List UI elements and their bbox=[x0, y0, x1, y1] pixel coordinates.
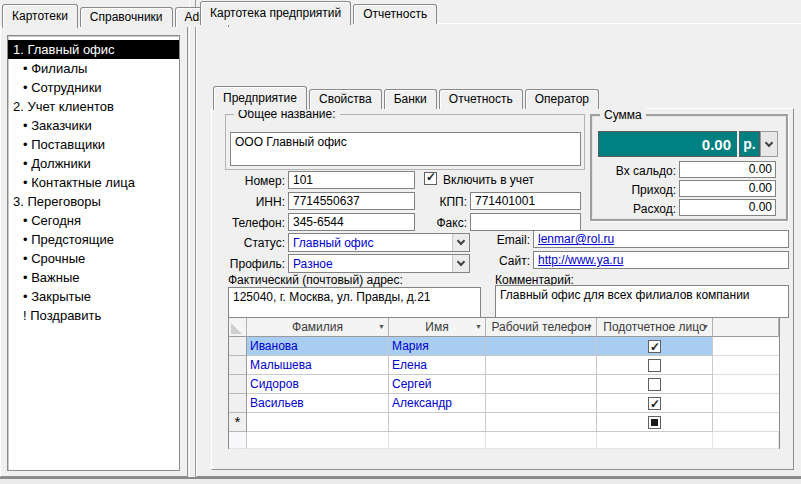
tab-otchetnost-outer[interactable]: Отчетность bbox=[353, 4, 437, 24]
income-field[interactable]: 0.00 bbox=[679, 180, 776, 197]
tab-banki[interactable]: Банки bbox=[384, 89, 437, 109]
inn-input[interactable]: 7714550637 bbox=[288, 192, 415, 210]
accountable-checkbox[interactable] bbox=[648, 378, 661, 391]
cell-firstname[interactable]: Мария bbox=[389, 337, 486, 356]
tree-item-filialy[interactable]: • Филиалы bbox=[8, 59, 179, 78]
tree-item-dolzhniki[interactable]: • Должники bbox=[8, 154, 179, 173]
tree-item-sotrudniki[interactable]: • Сотрудники bbox=[8, 78, 179, 97]
email-link[interactable]: lenmar@rol.ru bbox=[538, 232, 614, 246]
cell-workphone[interactable] bbox=[486, 356, 597, 375]
column-filter-icon[interactable]: ▼ bbox=[586, 323, 593, 331]
cell-accountable[interactable] bbox=[597, 356, 713, 375]
tab-kartoteki[interactable]: Картотеки bbox=[2, 4, 78, 28]
column-header-firstname[interactable]: Имя▼ bbox=[389, 318, 486, 337]
column-header-accountable[interactable]: Подотчетное лицо▼ bbox=[597, 318, 713, 337]
table-row[interactable]: Сидоров Сергей bbox=[229, 375, 779, 394]
cell-firstname[interactable]: Елена bbox=[389, 356, 486, 375]
tab-otchetnost-inner[interactable]: Отчетность bbox=[439, 89, 523, 109]
expense-field[interactable]: 0.00 bbox=[679, 199, 776, 216]
column-filter-icon[interactable]: ▼ bbox=[378, 323, 385, 331]
fax-input[interactable] bbox=[470, 213, 581, 231]
expense-label: Расход: bbox=[598, 202, 676, 216]
column-filter-icon[interactable]: ▼ bbox=[475, 323, 482, 331]
address-input[interactable]: 125040, г. Москва, ул. Правды, д.21 bbox=[228, 287, 481, 318]
inner-tabstrip: Предприятие Свойства Банки Отчетность Оп… bbox=[213, 85, 601, 109]
corner-triangle-icon bbox=[231, 323, 242, 334]
cell-lastname[interactable] bbox=[247, 413, 389, 432]
cell-accountable[interactable] bbox=[597, 375, 713, 394]
tree-item-peregovory[interactable]: 3. Переговоры bbox=[8, 192, 179, 211]
include-in-accounting-checkbox[interactable] bbox=[424, 172, 437, 185]
tab-spravochniki[interactable]: Справочники bbox=[80, 7, 173, 27]
row-header[interactable] bbox=[229, 394, 247, 413]
column-header-lastname[interactable]: Фамилия▼ bbox=[247, 318, 389, 337]
accountable-checkbox[interactable] bbox=[648, 397, 661, 410]
accountable-checkbox[interactable] bbox=[648, 359, 661, 372]
cell-lastname[interactable]: Малышева bbox=[247, 356, 389, 375]
fax-label: Факс: bbox=[420, 216, 467, 230]
cell-accountable[interactable] bbox=[597, 337, 713, 356]
cell-firstname[interactable] bbox=[389, 413, 486, 432]
column-filter-icon[interactable]: ▼ bbox=[702, 323, 709, 331]
table-empty-row bbox=[229, 432, 779, 449]
cell-workphone[interactable] bbox=[486, 337, 597, 356]
profile-combobox[interactable]: Разное bbox=[288, 254, 470, 273]
new-row-header[interactable]: * bbox=[229, 413, 247, 432]
email-label: Email: bbox=[488, 233, 530, 247]
tab-svoystva[interactable]: Свойства bbox=[309, 89, 382, 109]
tree-item-zakrytye[interactable]: • Закрытые bbox=[8, 287, 179, 306]
number-input[interactable]: 101 bbox=[288, 171, 415, 189]
site-input[interactable]: http://www.ya.ru bbox=[533, 251, 789, 269]
app-window: { "left_tabs": { "items": [ { "label": "… bbox=[0, 0, 801, 484]
opening-balance-field[interactable]: 0.00 bbox=[679, 161, 776, 178]
tab-operator[interactable]: Оператор bbox=[525, 89, 599, 109]
profile-dropdown-button[interactable] bbox=[452, 255, 469, 272]
tree-item-pozdravit[interactable]: ! Поздравить bbox=[8, 306, 179, 325]
table-row[interactable]: Иванова Мария bbox=[229, 337, 779, 356]
cell-spacer bbox=[713, 413, 779, 432]
phone-input[interactable]: 345-6544 bbox=[288, 213, 415, 231]
table-row[interactable]: Малышева Елена bbox=[229, 356, 779, 375]
left-tabstrip: Картотеки Справочники Admin bbox=[2, 2, 231, 27]
currency-dropdown-button[interactable] bbox=[760, 131, 778, 157]
status-dropdown-button[interactable] bbox=[452, 234, 469, 251]
tab-kartoteka-predpriyatiy[interactable]: Картотека предприятий bbox=[200, 1, 351, 25]
cell-workphone[interactable] bbox=[486, 394, 597, 413]
accountable-checkbox[interactable] bbox=[648, 416, 661, 429]
tree-item-vazhnye[interactable]: • Важные bbox=[8, 268, 179, 287]
select-all-corner[interactable] bbox=[229, 318, 247, 337]
tree-item-kontaktnye-litsa[interactable]: • Контактные лица bbox=[8, 173, 179, 192]
cell-lastname[interactable]: Васильев bbox=[247, 394, 389, 413]
table-new-row[interactable]: * bbox=[229, 413, 779, 432]
tree-item-segodnya[interactable]: • Сегодня bbox=[8, 211, 179, 230]
sum-total-display: 0.00 р. bbox=[598, 131, 778, 157]
tab-predpriyatie[interactable]: Предприятие bbox=[213, 86, 307, 110]
site-link[interactable]: http://www.ya.ru bbox=[538, 253, 623, 267]
row-header[interactable] bbox=[229, 337, 247, 356]
tree-item-zakazchiki[interactable]: • Заказчики bbox=[8, 116, 179, 135]
status-combobox[interactable]: Главный офис bbox=[288, 233, 470, 252]
cell-lastname[interactable]: Сидоров bbox=[247, 375, 389, 394]
column-header-workphone[interactable]: Рабочий телефон▼ bbox=[486, 318, 597, 337]
row-header[interactable] bbox=[229, 375, 247, 394]
table-row[interactable]: Васильев Александр bbox=[229, 394, 779, 413]
cell-accountable[interactable] bbox=[597, 413, 713, 432]
cell-workphone[interactable] bbox=[486, 413, 597, 432]
email-input[interactable]: lenmar@rol.ru bbox=[533, 230, 789, 248]
comment-input[interactable]: Главный офис для всех филиалов компании bbox=[495, 285, 789, 318]
cell-workphone[interactable] bbox=[486, 375, 597, 394]
company-name-input[interactable]: ООО Главный офис bbox=[230, 132, 581, 166]
cell-firstname[interactable]: Сергей bbox=[389, 375, 486, 394]
panel-splitter[interactable] bbox=[189, 0, 196, 477]
row-header[interactable] bbox=[229, 356, 247, 375]
cell-firstname[interactable]: Александр bbox=[389, 394, 486, 413]
tree-item-postavshchiki[interactable]: • Поставщики bbox=[8, 135, 179, 154]
tree-item-uchet-klientov[interactable]: 2. Учет клиентов bbox=[8, 97, 179, 116]
cell-accountable[interactable] bbox=[597, 394, 713, 413]
accountable-checkbox[interactable] bbox=[648, 340, 661, 353]
kpp-input[interactable]: 771401001 bbox=[470, 192, 581, 210]
tree-item-main-office[interactable]: 1. Главный офис bbox=[8, 40, 179, 59]
cell-lastname[interactable]: Иванова bbox=[247, 337, 389, 356]
tree-item-predstoyashchie[interactable]: • Предстоящие bbox=[8, 230, 179, 249]
tree-item-srochnye[interactable]: • Срочные bbox=[8, 249, 179, 268]
